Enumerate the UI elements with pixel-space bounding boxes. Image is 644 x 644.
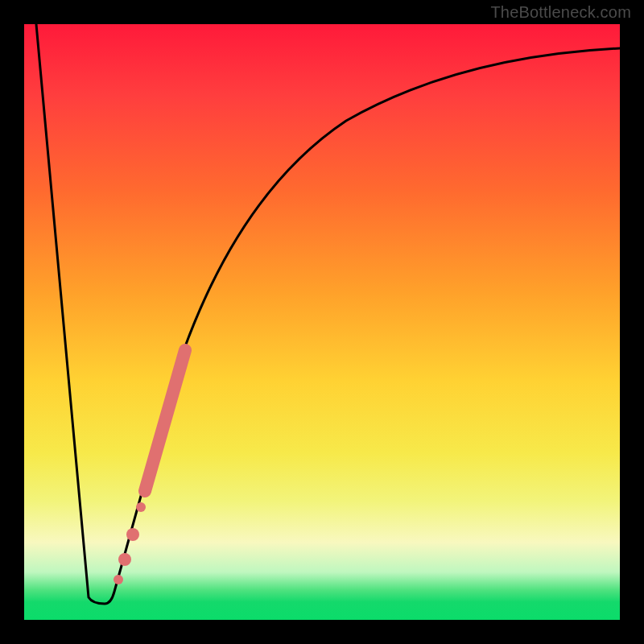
chart-frame: TheBottleneck.com xyxy=(0,0,644,644)
plot-area xyxy=(24,24,620,620)
highlight-band xyxy=(145,350,185,491)
highlight-dot xyxy=(114,575,123,584)
watermark-text: TheBottleneck.com xyxy=(490,3,631,22)
highlight-dot xyxy=(126,528,139,541)
curve-layer xyxy=(24,24,620,620)
bottleneck-curve xyxy=(36,24,620,604)
highlight-dot xyxy=(136,502,146,512)
highlight-dot xyxy=(118,553,131,566)
